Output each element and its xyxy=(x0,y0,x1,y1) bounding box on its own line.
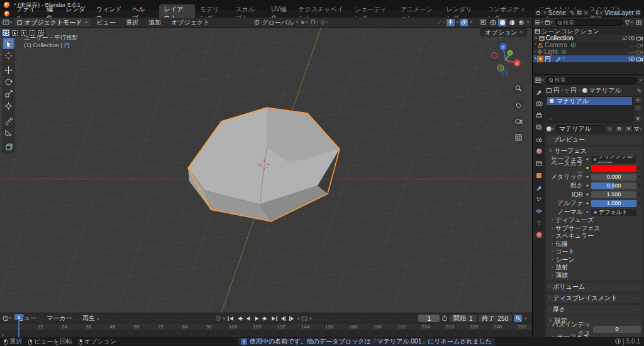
timeline-ruler[interactable]: 1224364860728496108120132144156168180192… xyxy=(0,323,532,331)
move-tool[interactable] xyxy=(3,64,14,75)
shading-wireframe-button[interactable] xyxy=(489,19,497,26)
timeline-editor-type-button[interactable]: ∨ xyxy=(3,315,12,322)
subpanel-emission[interactable]: ›放射 xyxy=(547,264,642,272)
outliner-display-mode-dropdown[interactable]: ∨ xyxy=(545,19,553,26)
resize-grip[interactable]: ⋯ xyxy=(590,117,594,122)
close-scene-icon[interactable]: ✕ xyxy=(584,9,589,16)
tab-render[interactable] xyxy=(534,99,544,108)
tab-particles[interactable] xyxy=(534,195,544,203)
viewport-menu-view[interactable]: ビュー xyxy=(92,18,119,28)
tab-material[interactable] xyxy=(534,231,544,239)
viewport-menu-add[interactable]: 追加 xyxy=(144,18,165,28)
alpha-slider[interactable]: 1.000 xyxy=(591,200,636,207)
snap-toggle[interactable]: ∨ xyxy=(310,19,319,26)
keying-set-button[interactable] xyxy=(514,315,522,322)
unlink-material-button[interactable]: ✕ xyxy=(625,125,633,133)
gizmo-z-neg-axis[interactable] xyxy=(502,70,508,76)
visibility-dropdown[interactable]: ∨ xyxy=(436,19,445,26)
status-report[interactable]: ! 使用中の名前です。他のデータブロックは「マテリアル.001」にリネームされま… xyxy=(238,338,495,345)
tab-object[interactable] xyxy=(534,171,544,179)
subpanel-sheen[interactable]: ›シーン xyxy=(547,256,642,264)
tab-physics[interactable] xyxy=(534,207,544,215)
editor-type-button[interactable]: ∨ xyxy=(3,19,13,26)
roughness-slider[interactable]: 0.500 xyxy=(591,182,636,189)
annotate-tool[interactable] xyxy=(3,114,14,126)
disable-render-icon[interactable] xyxy=(636,50,643,55)
navigation-gizmo[interactable]: Z X Y xyxy=(489,43,522,75)
outliner-editor-type-button[interactable]: ∨ xyxy=(535,19,543,26)
properties-options-dropdown[interactable]: ∨ xyxy=(639,78,642,82)
preview-panel-header[interactable]: ›プレビュー⋯ xyxy=(547,135,642,143)
next-keyframe-button[interactable] xyxy=(262,315,270,322)
playhead-line[interactable] xyxy=(18,320,19,338)
remove-slot-button[interactable]: − xyxy=(634,104,642,112)
displacement-panel-header[interactable]: ›ディスプレイスメント⋯ xyxy=(547,294,642,302)
gizmo-y-neg-axis[interactable] xyxy=(497,65,504,71)
breadcrumb-object[interactable]: 円 xyxy=(553,86,560,95)
start-frame-field[interactable]: 開始 1 xyxy=(450,315,477,322)
viewport-canvas[interactable]: ユーザー・平行投影 (1) Collection | 円 xyxy=(0,28,532,313)
outliner-search-input[interactable] xyxy=(564,20,608,26)
slot-specials-dropdown[interactable]: ∨ xyxy=(634,115,642,123)
new-scene-icon[interactable]: ⧉ xyxy=(577,9,581,16)
shading-solid-button[interactable] xyxy=(498,19,506,26)
add-primitive-tool[interactable] xyxy=(3,141,14,152)
transform-tool[interactable] xyxy=(3,100,14,111)
collection-checkbox[interactable]: ☑ xyxy=(623,35,627,41)
pin-icon[interactable]: ✎ xyxy=(637,87,642,94)
properties-editor-type-button[interactable]: ∨ xyxy=(535,76,544,84)
outliner-row-camera[interactable]: › Camera xyxy=(533,42,644,48)
ior-slider[interactable]: 1.500 xyxy=(591,191,636,198)
breadcrumb-material[interactable]: マテリアル xyxy=(589,86,621,95)
new-collection-button[interactable] xyxy=(635,19,643,26)
proportional-edit-toggle[interactable]: ∨ xyxy=(320,19,329,26)
breadcrumb-data[interactable]: 円 xyxy=(570,86,577,95)
select-box-tool[interactable] xyxy=(3,38,14,49)
camera-view-button[interactable] xyxy=(513,116,524,126)
keyframe-decorator[interactable] xyxy=(638,166,641,170)
subpanel-subsurface[interactable]: ›サブサーフェス xyxy=(547,225,642,233)
scale-tool[interactable] xyxy=(3,88,14,99)
scene-selector[interactable]: ∨ Scene ✎ ⧉ ✕ xyxy=(533,9,591,16)
subpanel-specular[interactable]: ›スペキュラー xyxy=(547,232,642,240)
preview-range-toggle[interactable] xyxy=(301,315,309,322)
normal-dropdown[interactable]: デフォルト xyxy=(591,209,636,216)
frame-forward-button[interactable] xyxy=(288,315,296,322)
viewlayer-selector[interactable]: ∨ ViewLayer ⧉ xyxy=(594,9,643,16)
zoom-button[interactable] xyxy=(513,83,524,94)
subpanel-diffuse[interactable]: ›ディフューズ xyxy=(547,216,642,225)
timeline-menu-playback[interactable]: 再生 ∨ xyxy=(78,313,104,323)
disable-render-icon[interactable] xyxy=(636,36,643,41)
keyframe-decorator[interactable] xyxy=(638,175,641,179)
jump-to-end-button[interactable] xyxy=(270,315,279,322)
material-name-field[interactable]: マテリアル xyxy=(556,125,604,133)
hide-viewport-icon[interactable] xyxy=(628,36,635,40)
shading-rendered-button[interactable] xyxy=(517,19,525,26)
jump-to-start-button[interactable] xyxy=(226,315,235,322)
volume-panel-header[interactable]: ›ボリューム⋯ xyxy=(547,282,642,291)
gizmo-x-neg-axis[interactable] xyxy=(492,53,497,59)
tab-scene[interactable] xyxy=(534,135,544,143)
pass-index-field[interactable]: 0 xyxy=(593,326,641,333)
options-dropdown[interactable]: オプション∨ xyxy=(480,28,527,36)
keyframe-decorator[interactable] xyxy=(638,201,641,205)
orientation-dropdown[interactable]: グローバル ∨ xyxy=(254,19,299,26)
subpanel-thin-film[interactable]: ›薄膜 xyxy=(547,272,642,280)
playhead-badge[interactable]: 1 xyxy=(14,314,23,320)
mode-dropdown[interactable]: オブジェクトモード ∨ xyxy=(14,18,91,26)
viewport-menu-select[interactable]: 選択 xyxy=(121,18,143,28)
shading-material-button[interactable] xyxy=(508,19,516,26)
tab-tool[interactable] xyxy=(534,87,544,96)
outliner-row-collection[interactable]: ∨ Collection ☑ xyxy=(533,35,644,42)
blender-menu-icon[interactable] xyxy=(4,11,9,17)
xray-toggle[interactable] xyxy=(479,19,487,26)
light-data-icon[interactable] xyxy=(561,49,567,55)
outliner-row-active-object[interactable]: › ▼ 円 ▽ xyxy=(533,55,644,62)
tab-object-data[interactable]: ▽ xyxy=(534,219,544,227)
fake-user-button[interactable]: ○ xyxy=(606,125,614,133)
frame-back-button[interactable] xyxy=(279,315,287,322)
measure-tool[interactable] xyxy=(3,126,14,138)
new-viewlayer-icon[interactable]: ⧉ xyxy=(636,9,640,16)
modifier-wrench-icon[interactable] xyxy=(555,56,560,62)
duplicate-material-button[interactable]: ⧉ xyxy=(615,125,623,133)
